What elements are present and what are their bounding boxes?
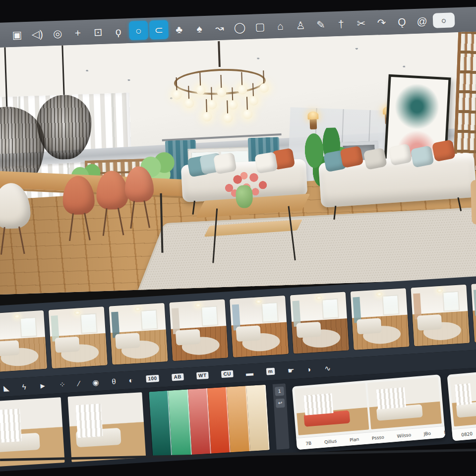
home-icon[interactable]: ⌂ <box>271 16 290 35</box>
sub-tool-badge: WT <box>196 372 209 379</box>
badge-100[interactable]: 100 <box>146 375 159 383</box>
capture-button[interactable]: ○ <box>432 12 455 28</box>
variant-tile[interactable] <box>450 374 476 426</box>
tool-glyph: ✎ <box>316 19 325 30</box>
color-palette <box>149 385 270 457</box>
pin-tool-icon[interactable]: ϙ <box>109 21 128 41</box>
sub-tool-glyph: ∕ <box>78 379 79 387</box>
cream[interactable] <box>246 385 269 451</box>
hand-icon[interactable]: ☛ <box>288 366 295 374</box>
sub-tool-glyph: ◣ <box>3 384 9 392</box>
variant-card-materials[interactable]: 0820Vesssahh90hWwwBasya aw <box>447 366 476 441</box>
render-thumbnail[interactable] <box>230 296 289 357</box>
cursor-icon[interactable]: † <box>331 14 351 33</box>
variant-label: Wilsso <box>397 432 412 438</box>
render-thumbnail[interactable] <box>351 288 410 350</box>
wrench-icon[interactable]: ϟ <box>22 383 26 390</box>
material-label: 0820 <box>461 431 473 437</box>
crop-icon[interactable]: ▢ <box>250 17 270 36</box>
pill-icon[interactable]: ▬ <box>245 369 253 377</box>
dots-icon[interactable]: ⁘ <box>59 380 65 388</box>
wedge-icon[interactable]: ◣ <box>3 384 9 392</box>
leaf-icon[interactable]: ♣ <box>169 19 188 39</box>
design-canvas[interactable] <box>0 31 476 295</box>
tool-glyph: ◯ <box>234 22 246 33</box>
swoosh-icon[interactable]: ↝ <box>210 18 229 37</box>
spade-leaf-icon[interactable]: ♠ <box>189 19 209 38</box>
tool-glyph: ✂ <box>357 18 365 29</box>
target-icon[interactable]: ◎ <box>48 23 67 43</box>
eye-icon[interactable]: ◉ <box>92 378 99 386</box>
variant-label: Pssso <box>371 434 384 441</box>
tool-glyph: ⊂ <box>154 24 163 35</box>
badge-m[interactable]: m <box>266 368 275 375</box>
tablet-screen: ▣ ◁) ◎ + ⊡ ϙ ○ ⊂ ♣ ♠ ↝ ◯ ▢ ⌂ ♙ ✎ <box>0 6 476 458</box>
tool-glyph: ○ <box>441 16 447 24</box>
variant-label: JBo <box>423 430 431 436</box>
ellipse-tool-icon[interactable]: ◯ <box>230 17 249 37</box>
pen-icon[interactable]: ∕ <box>78 379 79 387</box>
badge-wt[interactable]: WT <box>196 372 209 379</box>
play-icon[interactable]: ► <box>39 381 47 389</box>
lower-panels: ◣ ϟ ► ⁘ ∕ ◉ θ ◐ <box>0 275 476 472</box>
shape-tool-button[interactable]: ○ <box>129 21 148 40</box>
room-preview[interactable] <box>0 397 65 467</box>
sub-tool-glyph: ϟ <box>22 383 26 390</box>
variant-tile[interactable] <box>367 377 442 429</box>
room-preview[interactable] <box>68 392 146 462</box>
flip-icon[interactable]: ◁) <box>28 24 47 44</box>
sub-tool-glyph: ▬ <box>245 369 253 377</box>
render-thumbnail[interactable] <box>0 310 47 372</box>
variant-label: 7B <box>305 440 312 446</box>
leaf2-icon[interactable]: ∿ <box>324 364 331 372</box>
render-thumbnail[interactable] <box>411 285 470 347</box>
render-thumbnail[interactable] <box>49 306 108 368</box>
sub-tool-badge: CU <box>221 370 233 378</box>
tool-glyph: ◎ <box>53 28 62 39</box>
lasso-icon[interactable]: Ǫ <box>392 12 412 31</box>
lamp-icon[interactable]: ♙ <box>291 15 310 35</box>
bottle-icon[interactable]: θ <box>112 377 116 385</box>
mention-icon[interactable]: @ <box>413 11 432 31</box>
palette-button[interactable]: 1 <box>275 387 284 396</box>
palette-button[interactable]: ↩ <box>276 399 285 408</box>
tool-glyph: ▣ <box>12 29 22 40</box>
render-thumbnail[interactable] <box>471 281 476 343</box>
tool-glyph: ↷ <box>377 17 386 28</box>
variant-label: EKBD <box>444 428 446 435</box>
redo-icon[interactable]: ↷ <box>372 13 391 32</box>
shape-icon[interactable]: ◗ <box>307 365 312 373</box>
cut-icon[interactable]: ✂ <box>352 13 371 33</box>
contrast-icon[interactable]: ◐ <box>128 376 133 384</box>
tool-glyph: ◁) <box>31 28 43 39</box>
sub-tool-badge: m <box>266 368 275 375</box>
tool-glyph: ♣ <box>176 24 182 34</box>
variant-label: Qillus <box>324 438 337 445</box>
frame-icon[interactable]: ⊡ <box>88 22 108 42</box>
badge-cu[interactable]: CU <box>221 370 233 378</box>
gallery-icon[interactable]: ▣ <box>7 25 27 44</box>
brush-icon[interactable]: ✎ <box>311 15 330 34</box>
tool-glyph: Ǫ <box>398 16 406 27</box>
badge-ab[interactable]: AB <box>172 373 183 381</box>
palette-controls: 1↩ <box>273 383 290 449</box>
tool-glyph: ♙ <box>296 20 305 31</box>
variant-tile[interactable] <box>295 383 369 435</box>
sub-tool-glyph: ◉ <box>92 378 99 386</box>
tool-glyph: ♠ <box>196 23 202 34</box>
tool-glyph: ↝ <box>215 22 224 33</box>
sub-tool-glyph: θ <box>112 377 116 385</box>
render-thumbnail[interactable] <box>290 292 349 354</box>
sub-tool-glyph: ◐ <box>128 376 133 384</box>
magnet-tool-button[interactable]: ⊂ <box>149 20 169 39</box>
green-vase <box>236 185 253 208</box>
sub-tool-glyph: ☛ <box>288 366 295 374</box>
move-icon[interactable]: + <box>68 23 87 42</box>
variant-card-rooms[interactable]: 7BQillusPlanPsssoWilssoJBoEKBDBilye <box>292 374 445 450</box>
sub-tool-glyph: ∿ <box>324 364 331 372</box>
sub-tool-glyph: ► <box>39 381 47 389</box>
render-thumbnail[interactable] <box>169 299 228 361</box>
sub-tool-badge: AB <box>172 373 183 381</box>
tool-glyph: + <box>74 27 81 38</box>
render-thumbnail[interactable] <box>109 303 168 365</box>
